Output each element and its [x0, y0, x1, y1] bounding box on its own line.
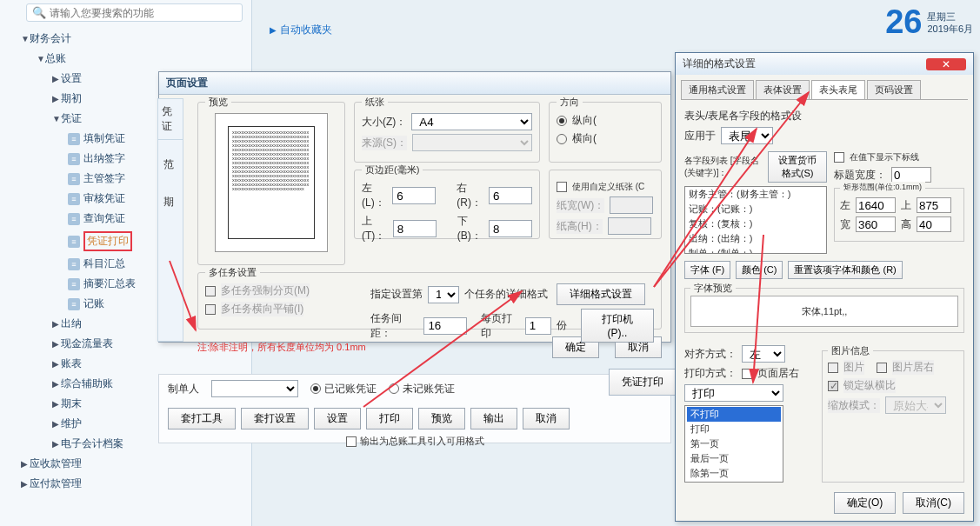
field-item[interactable]: 制单：(制单：)	[685, 246, 826, 254]
source-label: 来源(S)：	[362, 136, 407, 150]
printer-btn[interactable]: 打印机(P)..	[581, 309, 654, 343]
field-list[interactable]: 财务主管：(财务主管：) 记账：(记账：) 复核：(复核：) 出纳：(出纳：) …	[684, 186, 827, 254]
rect-left-input[interactable]	[856, 197, 896, 213]
margin-right-input[interactable]	[489, 187, 532, 204]
btn-打印[interactable]: 打印	[366, 408, 413, 429]
btn-预览[interactable]: 预览	[418, 408, 465, 429]
margin-bottom-input[interactable]	[489, 220, 532, 237]
applied-select[interactable]: 表尾	[721, 127, 773, 144]
radio-icon	[557, 116, 567, 126]
detail-format-btn[interactable]: 详细格式设置	[557, 283, 645, 305]
page-right-label: 页面居右	[757, 366, 799, 381]
reset-font-color-btn[interactable]: 重置该项字体和颜色 (R)	[788, 261, 902, 279]
color-btn[interactable]: 颜色 (C)	[736, 261, 783, 279]
btn-套打工具[interactable]: 套打工具	[168, 408, 236, 429]
strip-voucher: 凭证	[158, 99, 183, 140]
margin-left-label: 左(L)：	[362, 181, 387, 210]
interval-input[interactable]	[423, 317, 467, 335]
pic-chk-label: 图片	[843, 360, 864, 375]
export-checkbox[interactable]	[346, 436, 357, 447]
title-w-input[interactable]	[891, 167, 931, 183]
custom-paper-label: 使用自定义纸张 (C	[572, 181, 644, 193]
font-preview-group: 字体预览 宋体,11pt,,	[684, 288, 964, 333]
tree-gl[interactable]: ▼总账	[12, 49, 251, 69]
currency-fmt-btn[interactable]: 设置货币格式(S)	[768, 151, 827, 183]
per-page-input[interactable]	[525, 317, 551, 335]
interval-label: 任务间距：	[370, 311, 418, 341]
lock-ratio-label: 锁定纵横比	[843, 378, 896, 393]
paper-h-input	[608, 217, 651, 235]
voucher-print-btn[interactable]: 凭证打印	[609, 369, 677, 396]
tree-finance[interactable]: ▼财务会计	[12, 29, 251, 49]
paper-source-select	[412, 134, 532, 151]
font-preview-legend: 字体预览	[690, 282, 736, 295]
btn-套打设置[interactable]: 套打设置	[241, 408, 309, 429]
field-item[interactable]: 出纳：(出纳：)	[685, 231, 826, 246]
pic-info-legend: 图片信息	[828, 344, 873, 357]
btn-输出[interactable]: 输出	[470, 408, 517, 429]
margin-top-label: 上(T)：	[362, 214, 388, 243]
tab-general[interactable]: 通用格式设置	[681, 80, 754, 99]
rect-h-input[interactable]	[917, 216, 951, 232]
custom-paper-chk[interactable]	[557, 182, 567, 192]
rect-top-label: 上	[901, 198, 911, 213]
radio-icon	[389, 383, 399, 394]
search-input[interactable]	[50, 7, 237, 19]
close-icon[interactable]: ✕	[926, 58, 966, 70]
print-mode-select[interactable]: 打印	[684, 384, 783, 402]
multi-task-group: 多任务设置 多任务强制分页(M) 多任务横向平铺(I) 指定设置第 1 个任务的…	[197, 272, 662, 330]
spec-idx-select[interactable]: 1	[428, 286, 459, 303]
custom-paper-group: 使用自定义纸张 (C 纸宽(W)： 纸高(H)：	[549, 170, 662, 239]
btn-取消[interactable]: 取消	[523, 408, 570, 429]
search-box[interactable]: 🔍	[26, 3, 243, 22]
align-select[interactable]: 左	[742, 345, 785, 363]
page-setup-dialog: 页面设置 凭证 范 期 预览 XXXXXXXXXXXXXXXXXXXXXXXXX…	[158, 71, 671, 343]
page-right-chk[interactable]	[742, 369, 752, 379]
rect-top-input[interactable]	[917, 197, 951, 213]
tree-ar[interactable]: ▶应收款管理	[12, 454, 251, 474]
rect-group: 矩形范围(单位:0.1mm) 左 上 宽 高	[834, 188, 964, 242]
spec-set-label: 指定设置第	[370, 287, 423, 302]
orient-horizontal[interactable]: 横向(	[557, 131, 654, 146]
preview-thumb: XXXXXXXXXXXXXXXXXXXXXXXXXXXXXXXXXXXXXXXX…	[215, 113, 328, 252]
tab-header-footer[interactable]: 表头表尾	[811, 80, 865, 99]
doc-icon: ≡	[68, 258, 80, 270]
field-item[interactable]: 财务主管：(财务主管：)	[685, 187, 826, 202]
field-item[interactable]: 复核：(复核：)	[685, 216, 826, 231]
orient-vertical[interactable]: 纵向(	[557, 113, 654, 128]
tree-ap[interactable]: ▶应付款管理	[12, 474, 251, 494]
auto-favorite[interactable]: ▶自动收藏夹	[270, 23, 332, 37]
btn-设置[interactable]: 设置	[314, 408, 361, 429]
paper-size-select[interactable]: A4	[411, 113, 532, 130]
tab-body[interactable]: 表体设置	[756, 80, 810, 99]
doc-icon: ≡	[68, 278, 80, 290]
rect-left-label: 左	[840, 198, 850, 213]
strip-qi: 期	[158, 190, 183, 215]
radio-posted[interactable]: 已记账凭证	[310, 382, 377, 396]
drop-item[interactable]: 不打印	[687, 407, 781, 422]
field-item[interactable]: 记账：(记账：)	[685, 202, 826, 216]
print-mode-droplist[interactable]: 不打印 打印 第一页 最后一页 除第一页	[684, 405, 783, 483]
maker-select[interactable]	[211, 380, 298, 397]
detail-cancel-btn[interactable]: 取消(C)	[903, 492, 964, 514]
sub-underline-label: 在值下显示下标线	[850, 151, 919, 163]
rect-w-input[interactable]	[856, 216, 896, 232]
radio-unposted[interactable]: 未记账凭证	[389, 382, 455, 396]
detail-title-bar: 详细的格式设置 ✕	[676, 53, 973, 75]
sub-underline-chk[interactable]	[834, 152, 844, 163]
drop-item[interactable]: 除第一页	[687, 466, 781, 481]
multi-sp-label: 多任务强制分页(M)	[221, 283, 310, 298]
drop-item[interactable]: 打印	[687, 422, 781, 436]
orient-group: 方向 纵向( 横向(	[549, 102, 662, 163]
drop-item[interactable]: 第一页	[687, 436, 781, 451]
multi-sp-chk	[205, 286, 216, 296]
drop-item[interactable]: 最后一页	[687, 451, 781, 466]
tab-page-no[interactable]: 页码设置	[867, 80, 921, 99]
font-btn[interactable]: 字体 (F)	[684, 261, 730, 279]
margin-left-input[interactable]	[392, 187, 436, 204]
detail-ok-btn[interactable]: 确定(O)	[834, 492, 896, 514]
margin-bottom-label: 下(B)：	[457, 214, 483, 243]
detail-title: 详细的格式设置	[683, 57, 756, 71]
zoom-mode-select: 原始大小	[885, 396, 946, 414]
margin-top-input[interactable]	[393, 220, 437, 237]
